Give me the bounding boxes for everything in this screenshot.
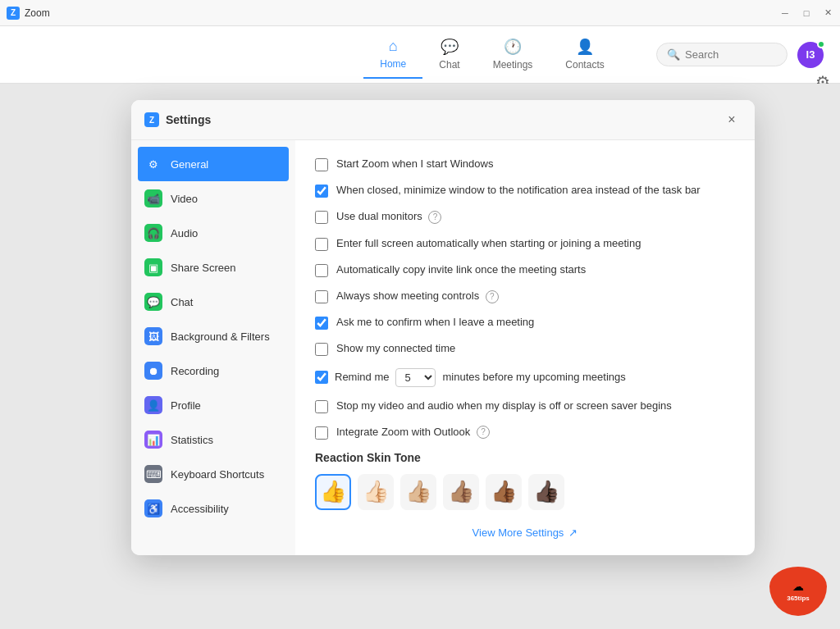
tab-meetings[interactable]: 🕐 Meetings	[477, 31, 550, 79]
show-controls-label: Always show meeting controls ?	[336, 289, 499, 303]
copy-invite-checkbox[interactable]	[315, 264, 328, 277]
window-controls: ─ □ ✕	[779, 7, 833, 19]
emoji-btn-5[interactable]: 👍🏿	[528, 474, 564, 510]
sidebar-label-keyboard: Keyboard Shortcuts	[171, 468, 264, 481]
settings-close-button[interactable]: ×	[722, 110, 742, 130]
video-icon: 📹	[144, 189, 162, 207]
sidebar-item-background[interactable]: 🖼 Background & Filters	[131, 319, 295, 353]
settings-header: Z Settings ×	[131, 100, 755, 140]
search-input[interactable]	[685, 48, 777, 61]
option-show-controls: Always show meeting controls ?	[315, 289, 735, 303]
sidebar-label-recording: Recording	[171, 365, 219, 377]
tips-text: 365tips	[787, 595, 810, 603]
main-content: Z Settings × ⚙ General 📹 Video 🎧 Audio	[0, 84, 840, 629]
settings-zoom-logo: Z	[144, 112, 159, 127]
tab-contacts[interactable]: 👤 Contacts	[549, 31, 620, 79]
show-time-checkbox[interactable]	[315, 343, 328, 356]
recording-icon: ⏺	[144, 362, 162, 380]
emoji-btn-3[interactable]: 👍🏽	[443, 474, 479, 510]
dual-monitors-help-icon[interactable]: ?	[428, 211, 441, 224]
outlook-checkbox[interactable]	[315, 426, 328, 440]
sidebar-item-audio[interactable]: 🎧 Audio	[131, 216, 295, 250]
sidebar-item-video[interactable]: 📹 Video	[131, 181, 295, 216]
emoji-btn-1[interactable]: 👍🏻	[358, 474, 394, 510]
settings-sidebar: ⚙ General 📹 Video 🎧 Audio ▣ Share Screen…	[131, 140, 295, 555]
reaction-skin-tone-title: Reaction Skin Tone	[315, 451, 735, 464]
sidebar-item-recording[interactable]: ⏺ Recording	[131, 353, 295, 388]
title-bar-left: Z Zoom	[7, 7, 50, 20]
tab-meetings-label: Meetings	[493, 59, 533, 71]
stop-video-checkbox[interactable]	[315, 400, 328, 413]
remind-checkbox[interactable]	[315, 371, 328, 384]
tab-home[interactable]: ⌂ Home	[363, 31, 422, 79]
background-icon: 🖼	[144, 327, 162, 345]
sidebar-item-share-screen[interactable]: ▣ Share Screen	[131, 250, 295, 285]
nav-tabs: ⌂ Home 💬 Chat 🕐 Meetings 👤 Contacts	[363, 31, 620, 79]
view-more-settings-link[interactable]: View More Settings ↗	[315, 526, 735, 539]
app-title: Zoom	[25, 7, 50, 19]
settings-body: ⚙ General 📹 Video 🎧 Audio ▣ Share Screen…	[131, 140, 755, 555]
sidebar-item-statistics[interactable]: 📊 Statistics	[131, 422, 295, 457]
minimize-window-checkbox[interactable]	[315, 185, 328, 198]
start-zoom-label: Start Zoom when I start Windows	[336, 157, 493, 171]
sidebar-item-chat[interactable]: 💬 Chat	[131, 285, 295, 319]
fullscreen-label: Enter full screen automatically when sta…	[336, 236, 641, 251]
start-zoom-checkbox[interactable]	[315, 158, 328, 171]
cloud-icon: ☁	[792, 580, 804, 593]
meetings-icon: 🕐	[504, 38, 522, 56]
avatar-initials: I3	[806, 48, 815, 61]
minimize-window-label: When closed, minimize window to the noti…	[336, 183, 701, 198]
search-bar[interactable]: 🔍	[656, 43, 788, 66]
show-controls-checkbox[interactable]	[315, 290, 328, 303]
emoji-btn-2[interactable]: 👍🏼	[400, 474, 436, 510]
tab-chat[interactable]: 💬 Chat	[422, 31, 476, 79]
chat-sidebar-icon: 💬	[144, 293, 162, 311]
option-show-time: Show my connected time	[315, 341, 735, 356]
accessibility-icon: ♿	[144, 499, 162, 517]
sidebar-label-background: Background & Filters	[171, 330, 270, 343]
close-window-button[interactable]: ✕	[822, 7, 833, 19]
sidebar-label-share-screen: Share Screen	[171, 262, 236, 274]
outlook-help-icon[interactable]: ?	[477, 426, 490, 439]
option-outlook: Integrate Zoom with Outlook ?	[315, 425, 735, 440]
sidebar-item-keyboard[interactable]: ⌨ Keyboard Shortcuts	[131, 457, 295, 491]
show-time-label: Show my connected time	[336, 341, 455, 356]
sidebar-label-chat: Chat	[171, 296, 193, 308]
option-dual-monitors: Use dual monitors ?	[315, 209, 735, 224]
title-bar: Z Zoom ─ □ ✕	[0, 0, 840, 26]
sidebar-item-accessibility[interactable]: ♿ Accessibility	[131, 491, 295, 526]
general-icon: ⚙	[144, 155, 162, 173]
remind-label2: minutes before my upcoming meetings	[442, 370, 625, 385]
nav-bar: ⌂ Home 💬 Chat 🕐 Meetings 👤 Contacts 🔍 I3	[0, 26, 840, 84]
show-controls-help-icon[interactable]: ?	[486, 290, 499, 303]
option-minimize-window: When closed, minimize window to the noti…	[315, 183, 735, 198]
remind-minutes-select[interactable]: 5 1 2 3 10 15	[395, 368, 436, 387]
settings-content: Start Zoom when I start Windows When clo…	[295, 140, 755, 555]
sidebar-item-general[interactable]: ⚙ General	[138, 147, 289, 181]
confirm-leave-checkbox[interactable]	[315, 317, 328, 330]
zoom-logo-icon: Z	[7, 7, 20, 20]
restore-button[interactable]: □	[801, 7, 812, 19]
settings-header-left: Z Settings	[144, 112, 211, 127]
avatar[interactable]: I3	[797, 42, 824, 68]
tips-badge[interactable]: ☁ 365tips	[769, 567, 827, 616]
sidebar-item-profile[interactable]: 👤 Profile	[131, 388, 295, 422]
sidebar-label-accessibility: Accessibility	[171, 503, 229, 515]
emoji-btn-0[interactable]: 👍	[315, 474, 351, 510]
external-link-icon: ↗	[568, 526, 578, 539]
fullscreen-checkbox[interactable]	[315, 238, 328, 251]
sidebar-label-video: Video	[171, 193, 198, 205]
keyboard-icon: ⌨	[144, 465, 162, 483]
dual-monitors-checkbox[interactable]	[315, 211, 328, 224]
outlook-label: Integrate Zoom with Outlook ?	[336, 425, 490, 440]
minimize-button[interactable]: ─	[779, 7, 791, 19]
emoji-btn-4[interactable]: 👍🏾	[486, 474, 522, 510]
view-more-label: View More Settings	[472, 526, 564, 539]
profile-icon: 👤	[144, 396, 162, 414]
option-copy-invite: Automatically copy invite link once the …	[315, 262, 735, 277]
option-remind: Remind me 5 1 2 3 10 15 minutes before m…	[315, 368, 735, 387]
chat-nav-icon: 💬	[441, 38, 459, 56]
sidebar-label-statistics: Statistics	[171, 434, 213, 446]
dual-monitors-label: Use dual monitors ?	[336, 209, 441, 224]
stop-video-label: Stop my video and audio when my display …	[336, 399, 672, 413]
